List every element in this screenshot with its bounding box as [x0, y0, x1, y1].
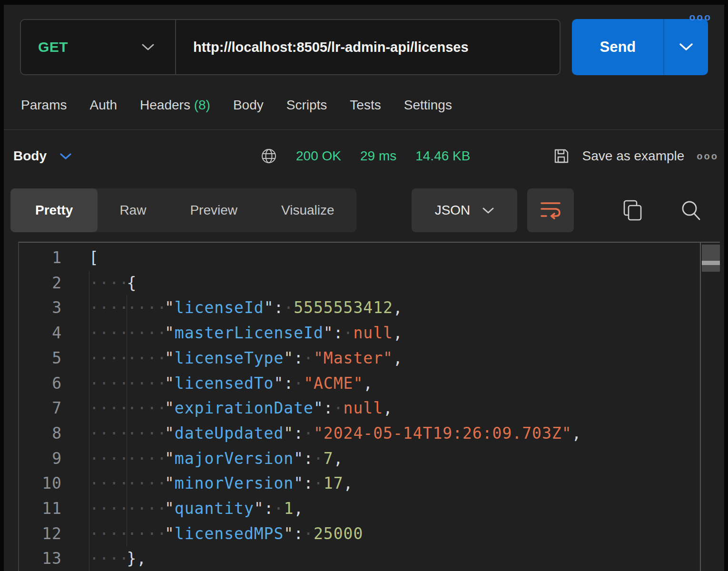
token-null: null: [344, 399, 383, 417]
token-q: ": [165, 424, 175, 443]
view-tab-preview[interactable]: Preview: [168, 188, 259, 232]
token-q: ": [284, 424, 294, 443]
request-tab-settings[interactable]: Settings: [404, 98, 452, 113]
token-punc: :: [264, 499, 274, 518]
more-options-icon[interactable]: ooo: [689, 11, 712, 23]
send-button[interactable]: Send: [572, 19, 708, 75]
line-number[interactable]: 3: [19, 295, 62, 321]
line-number[interactable]: 7: [19, 396, 62, 421]
send-options-button[interactable]: [664, 19, 708, 75]
response-body-label: Body: [13, 148, 47, 164]
line-number[interactable]: 11: [19, 496, 62, 522]
request-tab-headers[interactable]: Headers (8): [140, 98, 210, 113]
token-num: 17: [324, 474, 344, 492]
view-tab-raw[interactable]: Raw: [98, 188, 168, 232]
url-input[interactable]: http://localhost:8505/lr-admin-api/licen…: [176, 39, 560, 55]
code-line: 9········"majorVersion":·7,: [19, 446, 699, 472]
scrollbar-thumb[interactable]: [702, 245, 720, 272]
token-punc: :: [284, 374, 294, 393]
indent-guide: ····: [127, 522, 164, 547]
line-number[interactable]: 12: [19, 522, 62, 547]
indent-guide: ····: [89, 346, 127, 371]
search-button[interactable]: [679, 199, 702, 222]
request-url-bar: GET http://localhost:8505/lr-admin-api/l…: [20, 19, 561, 75]
code-line-content: ········"majorVersion":·7,: [89, 446, 344, 472]
indent-guide: ····: [89, 471, 127, 496]
line-number[interactable]: 2: [19, 271, 62, 296]
token-punc: :: [304, 449, 314, 468]
token-punc: :: [294, 524, 304, 543]
line-number[interactable]: 13: [19, 546, 62, 571]
code-line-content: ········"expirationDate":·null,: [89, 396, 393, 421]
code-line-content: ····{: [89, 271, 137, 296]
line-number[interactable]: 4: [19, 321, 62, 346]
token-punc: ,: [294, 499, 304, 518]
response-time[interactable]: 29 ms: [360, 148, 396, 164]
indent-guide: ····: [127, 346, 164, 371]
code-line-content: ········"licenseId":·5555553412,: [89, 295, 403, 321]
rest-client-app: GET http://localhost:8505/lr-admin-api/l…: [4, 5, 724, 571]
token-key: expirationDate: [175, 399, 314, 417]
view-tab-pretty[interactable]: Pretty: [10, 188, 98, 232]
token-punc: ,: [393, 349, 403, 367]
method-label: GET: [38, 39, 68, 55]
code-line-content: ········"licensedTo":·"ACME",: [89, 371, 373, 396]
token-q: ": [284, 349, 294, 367]
code-line-content: ········"masterLicenseId":·null,: [89, 321, 403, 346]
response-toolbar: PrettyRawPreviewVisualize JSON: [4, 188, 724, 232]
send-button-label[interactable]: Send: [572, 19, 664, 75]
token-q: ": [165, 474, 175, 492]
scrollbar[interactable]: [700, 243, 720, 571]
line-number[interactable]: 8: [19, 421, 62, 446]
indent-guide: ····: [127, 496, 164, 522]
response-size[interactable]: 14.46 KB: [415, 148, 470, 164]
line-number[interactable]: 6: [19, 371, 62, 396]
code-line-content: ········"dateUpdated":·"2024-05-14T19:26…: [89, 421, 581, 446]
code-line-content: ········"quantity":·1,: [89, 496, 304, 522]
view-tab-visualize[interactable]: Visualize: [259, 188, 356, 232]
token-q: ": [284, 524, 294, 543]
copy-icon: [622, 199, 643, 221]
request-tab-scripts[interactable]: Scripts: [286, 98, 327, 113]
indent-guide: ····: [89, 396, 127, 421]
token-punc: },: [127, 549, 147, 568]
status-badge[interactable]: 200 OK: [296, 148, 341, 164]
request-tab-params[interactable]: Params: [21, 98, 67, 113]
request-tab-tests[interactable]: Tests: [350, 98, 381, 113]
token-punc: ,: [572, 424, 582, 443]
token-num: 1: [284, 499, 294, 518]
search-icon: [680, 199, 702, 221]
code-lines[interactable]: 1[2····{3········"licenseId":·5555553412…: [19, 246, 699, 571]
method-selector[interactable]: GET: [21, 20, 176, 74]
request-tab-auth[interactable]: Auth: [89, 98, 117, 113]
line-number[interactable]: 5: [19, 346, 62, 371]
response-body-dropdown[interactable]: Body: [13, 144, 71, 168]
response-view-tabs: PrettyRawPreviewVisualize: [10, 188, 356, 232]
token-ws: ·: [294, 374, 304, 393]
token-punc: ,: [383, 399, 393, 417]
chevron-down-icon: [482, 207, 494, 214]
code-line-content: [: [89, 246, 99, 271]
line-number[interactable]: 9: [19, 446, 62, 472]
line-number[interactable]: 1: [19, 246, 62, 271]
chevron-down-icon: [679, 43, 693, 51]
save-as-example-button[interactable]: Save as example: [582, 148, 685, 164]
format-dropdown[interactable]: JSON: [412, 188, 517, 232]
token-key: quantity: [175, 499, 254, 518]
token-punc: ,: [344, 474, 354, 492]
wrap-text-button[interactable]: [527, 188, 574, 232]
copy-button[interactable]: [621, 199, 644, 222]
code-line: 1[: [19, 246, 699, 271]
token-q: ": [165, 524, 175, 543]
code-line-content: ········"licenseType":·"Master",: [89, 346, 403, 371]
globe-icon[interactable]: [261, 148, 277, 164]
token-q: ": [165, 374, 175, 393]
line-number[interactable]: 10: [19, 471, 62, 496]
token-null: null: [353, 324, 393, 342]
more-options-icon[interactable]: ooo: [697, 151, 718, 162]
indent-guide: ····: [89, 496, 127, 522]
request-tab-body[interactable]: Body: [233, 98, 264, 113]
token-q: ": [294, 449, 304, 468]
token-q: ": [165, 349, 175, 367]
token-ws: ·: [334, 399, 344, 417]
